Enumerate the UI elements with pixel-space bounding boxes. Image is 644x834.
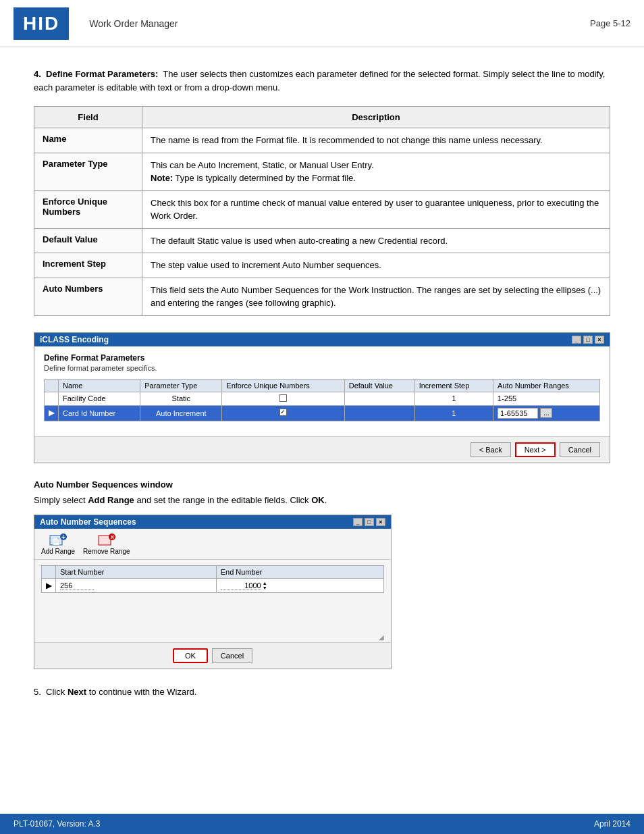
iclass-subtitle-desc: Define format parameter specifics.: [44, 364, 600, 372]
hid-logo: HID: [14, 7, 69, 40]
window-controls[interactable]: _ □ ×: [572, 336, 604, 344]
table-row: Name The name is read from the Format fi…: [34, 128, 610, 153]
card-id-default-value: [344, 405, 414, 421]
end-number-spinners[interactable]: ▲ ▼: [263, 581, 267, 590]
resize-handle: ◢: [34, 632, 391, 642]
desc-auto-numbers: This field sets the Auto Number Sequence…: [142, 278, 610, 315]
field-auto-numbers: Auto Numbers: [34, 278, 142, 315]
add-range-toolbar-item[interactable]: 📄 + Add Range: [41, 533, 75, 555]
field-name: Name: [34, 128, 142, 153]
iclass-window-body: Define Format Parameters Define format p…: [34, 346, 610, 436]
ans-body: Start Number End Number ▶: [34, 565, 391, 642]
end-number-input[interactable]: [221, 581, 261, 590]
desc-increment-step: The step value used to increment Auto Nu…: [142, 253, 610, 278]
desc-param-type: This can be Auto Increment, Static, or M…: [142, 153, 610, 190]
col-enforce-header: Enforce Unique Numbers: [222, 379, 344, 392]
spin-down-arrow[interactable]: ▼: [263, 585, 267, 590]
page-content: 4. Define Format Parameters: The user se…: [0, 47, 644, 726]
restore-button[interactable]: □: [583, 336, 593, 344]
spin-up-arrow[interactable]: ▲: [263, 581, 267, 585]
desc-default-value: The default Static value is used when au…: [142, 228, 610, 253]
field-increment-step: Increment Step: [34, 253, 142, 278]
card-id-auto-range: ...: [493, 405, 600, 421]
ellipsis-button[interactable]: ...: [540, 408, 552, 418]
add-range-label: Add Range: [41, 548, 75, 555]
ans-col-end-header: End Number: [216, 566, 383, 579]
field-enforce-unique: Enforce UniqueNumbers: [34, 190, 142, 228]
ans-minimize-button[interactable]: _: [353, 518, 363, 526]
ans-window-title: Auto Number Sequences: [40, 517, 136, 527]
iclass-window-title: iCLASS Encoding: [40, 335, 109, 344]
ans-restore-button[interactable]: □: [365, 518, 374, 526]
auto-number-sequences-window: Auto Number Sequences _ □ × 📄 + Add Rang…: [34, 515, 392, 669]
col-arrow-header: [45, 379, 59, 392]
step4-title: Define Format Parameters:: [46, 69, 158, 79]
step5-text2: to continue with the Wizard.: [89, 687, 197, 697]
col-increment-header: Increment Step: [414, 379, 493, 392]
ans-toolbar: 📄 + Add Range × Remove Range: [34, 529, 391, 560]
back-button[interactable]: < Back: [471, 442, 511, 457]
iclass-subtitle: Define Format Parameters: [44, 353, 600, 363]
cancel-button[interactable]: Cancel: [560, 442, 600, 457]
ans-footer: OK Cancel: [34, 642, 391, 669]
iclass-titlebar: iCLASS Encoding _ □ ×: [34, 333, 610, 346]
col1-header: Field: [34, 107, 142, 128]
encoding-row-facility[interactable]: Facility Code Static 1 1-255: [45, 392, 600, 405]
step5-para: 5. Click Next to continue with the Wizar…: [34, 685, 610, 699]
table-row: Enforce UniqueNumbers Check this box for…: [34, 190, 610, 228]
table-row: Parameter Type This can be Auto Incremen…: [34, 153, 610, 190]
footer-right: April 2014: [594, 819, 630, 829]
iclass-window-footer: < Back Next > Cancel: [34, 436, 610, 463]
table-row: Increment Step The step value used to in…: [34, 253, 610, 278]
ans-table-row[interactable]: ▶ ▲ ▼: [42, 579, 384, 593]
card-id-param-type: Auto Increment: [140, 405, 222, 421]
ans-titlebar: Auto Number Sequences _ □ ×: [34, 515, 391, 529]
ans-section-heading: Auto Number Sequences window: [34, 479, 610, 490]
ans-window-controls[interactable]: _ □ ×: [353, 518, 385, 526]
info-table: Field Description Name The name is read …: [34, 106, 610, 316]
field-default-value: Default Value: [34, 228, 142, 253]
col-autorange-header: Auto Number Ranges: [493, 379, 600, 392]
facility-code-name: Facility Code: [59, 392, 140, 405]
minimize-button[interactable]: _: [572, 336, 581, 344]
header-page: Page 5-12: [590, 18, 630, 28]
ans-start-number-cell[interactable]: [56, 579, 217, 593]
row-arrow-facility: [45, 392, 59, 405]
ans-end-number-cell[interactable]: ▲ ▼: [216, 579, 383, 593]
field-param-type: Parameter Type: [34, 153, 142, 190]
ans-close-button[interactable]: ×: [376, 518, 385, 526]
desc-enforce-unique: Check this box for a runtime check of ma…: [142, 190, 610, 228]
table-row: Auto Numbers This field sets the Auto Nu…: [34, 278, 610, 315]
facility-increment-step: 1: [414, 392, 493, 405]
remove-range-icon: ×: [97, 533, 116, 548]
iclass-encoding-window: iCLASS Encoding _ □ × Define Format Para…: [34, 332, 610, 463]
next-button[interactable]: Next >: [515, 442, 556, 457]
close-button[interactable]: ×: [595, 336, 604, 344]
card-id-enforce-checkbox[interactable]: [222, 405, 344, 421]
step4-intro: 4. Define Format Parameters: The user se…: [34, 68, 610, 94]
ans-section-para: Simply select Add Range and set the rang…: [34, 494, 610, 507]
desc-name: The name is read from the Format file. I…: [142, 128, 610, 153]
card-id-increment-step: 1: [414, 405, 493, 421]
remove-range-label: Remove Range: [83, 548, 130, 555]
facility-param-type: Static: [140, 392, 222, 405]
ans-row-arrow: ▶: [42, 579, 56, 593]
ans-ok-button[interactable]: OK: [173, 648, 208, 663]
unchecked-checkbox-icon: [279, 394, 287, 402]
svg-text:+: +: [61, 533, 65, 541]
ans-cancel-button[interactable]: Cancel: [212, 648, 252, 663]
ans-col-start-header: Start Number: [56, 566, 217, 579]
col-default-header: Default Value: [344, 379, 414, 392]
auto-range-input[interactable]: [498, 408, 538, 419]
card-id-name: Card Id Number: [59, 405, 140, 421]
page-header: HID Work Order Manager Page 5-12: [0, 0, 644, 47]
step5-number: 5.: [34, 687, 41, 697]
start-number-input[interactable]: [60, 581, 94, 590]
add-range-icon: 📄 +: [49, 533, 68, 548]
col-name-header: Name: [59, 379, 140, 392]
facility-enforce-checkbox[interactable]: [222, 392, 344, 405]
encoding-table: Name Parameter Type Enforce Unique Numbe…: [44, 379, 600, 421]
page-footer: PLT-01067, Version: A.3 April 2014: [0, 814, 644, 834]
remove-range-toolbar-item[interactable]: × Remove Range: [83, 533, 130, 555]
encoding-row-card-id[interactable]: ▶ Card Id Number Auto Increment 1 ...: [45, 405, 600, 421]
